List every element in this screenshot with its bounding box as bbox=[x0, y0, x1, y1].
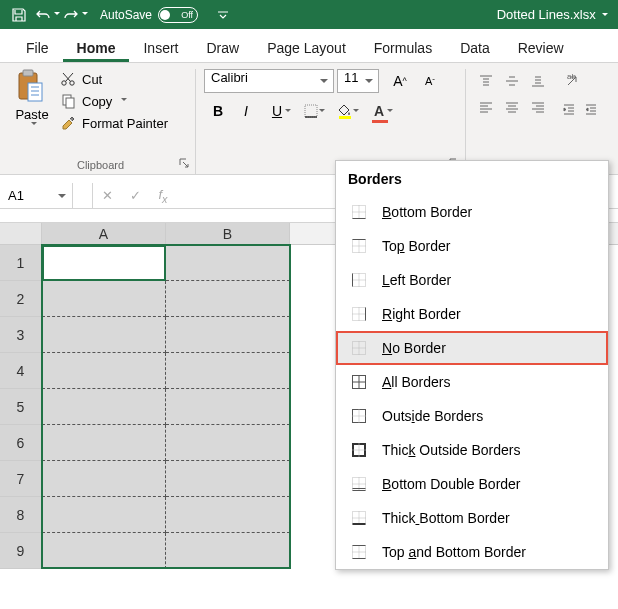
border-option-left-border[interactable]: Left Border bbox=[336, 263, 608, 297]
column-header[interactable]: A bbox=[42, 223, 166, 244]
cell[interactable] bbox=[42, 281, 166, 317]
paintbrush-icon bbox=[60, 115, 76, 131]
border-icon bbox=[350, 407, 368, 425]
align-middle-button[interactable] bbox=[500, 69, 524, 93]
border-label: Bottom Double Border bbox=[382, 476, 521, 492]
save-button[interactable] bbox=[6, 2, 32, 28]
cell[interactable] bbox=[166, 281, 290, 317]
cell[interactable] bbox=[166, 353, 290, 389]
cell[interactable] bbox=[166, 497, 290, 533]
increase-indent-button[interactable] bbox=[580, 97, 602, 121]
row-header[interactable]: 7 bbox=[0, 461, 42, 497]
tab-review[interactable]: Review bbox=[504, 33, 578, 62]
select-all-cells[interactable] bbox=[0, 223, 42, 244]
paste-button[interactable]: Paste bbox=[14, 69, 54, 159]
cell[interactable] bbox=[166, 389, 290, 425]
active-cell[interactable] bbox=[42, 245, 166, 281]
fill-color-button[interactable] bbox=[328, 99, 362, 123]
border-label: Top and Bottom Border bbox=[382, 544, 526, 560]
tab-insert[interactable]: Insert bbox=[129, 33, 192, 62]
border-option-bottom-border[interactable]: Bottom Border bbox=[336, 195, 608, 229]
border-option-all-borders[interactable]: All Borders bbox=[336, 365, 608, 399]
row-header[interactable]: 9 bbox=[0, 533, 42, 569]
row-header[interactable]: 3 bbox=[0, 317, 42, 353]
align-left-button[interactable] bbox=[474, 95, 498, 119]
tab-formulas[interactable]: Formulas bbox=[360, 33, 446, 62]
border-icon bbox=[350, 373, 368, 391]
cell[interactable] bbox=[42, 353, 166, 389]
format-painter-button[interactable]: Format Painter bbox=[56, 113, 172, 133]
row-header[interactable]: 8 bbox=[0, 497, 42, 533]
cell[interactable] bbox=[166, 317, 290, 353]
font-name-select[interactable]: Calibri bbox=[204, 69, 334, 93]
svg-text:ab: ab bbox=[567, 73, 576, 81]
underline-button[interactable]: U bbox=[260, 99, 294, 123]
font-color-button[interactable]: A bbox=[362, 99, 396, 123]
cell[interactable] bbox=[42, 317, 166, 353]
enter-formula-button[interactable]: ✓ bbox=[121, 183, 149, 208]
border-option-top-and-bottom-border[interactable]: Top and Bottom Border bbox=[336, 535, 608, 569]
tab-home[interactable]: Home bbox=[63, 33, 130, 62]
border-option-outside-borders[interactable]: Outside Borders bbox=[336, 399, 608, 433]
tab-page-layout[interactable]: Page Layout bbox=[253, 33, 360, 62]
cell[interactable] bbox=[166, 425, 290, 461]
border-option-thick-outside-borders[interactable]: Thick Outside Borders bbox=[336, 433, 608, 467]
autosave-toggle[interactable]: Off bbox=[158, 7, 198, 23]
tab-file[interactable]: File bbox=[12, 33, 63, 62]
copy-icon bbox=[60, 93, 76, 109]
cut-button[interactable]: Cut bbox=[56, 69, 172, 89]
column-header[interactable]: B bbox=[166, 223, 290, 244]
align-bottom-button[interactable] bbox=[526, 69, 550, 93]
border-label: Left Border bbox=[382, 272, 451, 288]
align-center-button[interactable] bbox=[500, 95, 524, 119]
bold-button[interactable]: B bbox=[204, 99, 232, 123]
border-label: Bottom Border bbox=[382, 204, 472, 220]
border-icon bbox=[350, 509, 368, 527]
row-header[interactable]: 4 bbox=[0, 353, 42, 389]
undo-button[interactable] bbox=[34, 2, 60, 28]
insert-function-button[interactable]: fx bbox=[149, 183, 177, 208]
border-option-bottom-double-border[interactable]: Bottom Double Border bbox=[336, 467, 608, 501]
cell[interactable] bbox=[42, 425, 166, 461]
cell[interactable] bbox=[42, 389, 166, 425]
row-header[interactable]: 2 bbox=[0, 281, 42, 317]
cell[interactable] bbox=[166, 533, 290, 569]
row-header[interactable]: 6 bbox=[0, 425, 42, 461]
border-option-no-border[interactable]: No Border bbox=[336, 331, 608, 365]
name-box[interactable]: A1 bbox=[0, 183, 73, 208]
font-size-select[interactable]: 11 bbox=[337, 69, 379, 93]
tab-data[interactable]: Data bbox=[446, 33, 504, 62]
borders-button[interactable] bbox=[294, 99, 328, 123]
copy-button[interactable]: Copy bbox=[56, 91, 172, 111]
cell[interactable] bbox=[166, 245, 290, 281]
filename-dropdown-icon[interactable] bbox=[602, 13, 608, 19]
border-option-thick-bottom-border[interactable]: Thick Bottom Border bbox=[336, 501, 608, 535]
border-option-top-border[interactable]: Top Border bbox=[336, 229, 608, 263]
scissors-icon bbox=[60, 71, 76, 87]
orientation-button[interactable]: ab bbox=[558, 69, 586, 93]
align-top-button[interactable] bbox=[474, 69, 498, 93]
cell[interactable] bbox=[42, 533, 166, 569]
decrease-indent-button[interactable] bbox=[558, 97, 580, 121]
row-header[interactable]: 5 bbox=[0, 389, 42, 425]
cell[interactable] bbox=[42, 461, 166, 497]
increase-font-button[interactable]: A^ bbox=[386, 69, 414, 93]
border-label: Thick Bottom Border bbox=[382, 510, 510, 526]
ribbon-tabs: FileHomeInsertDrawPage LayoutFormulasDat… bbox=[0, 29, 618, 63]
borders-menu-header: Borders bbox=[336, 161, 608, 195]
cell[interactable] bbox=[42, 497, 166, 533]
redo-button[interactable] bbox=[62, 2, 88, 28]
clipboard-dialog-launcher[interactable] bbox=[177, 156, 191, 170]
cancel-formula-button[interactable]: ✕ bbox=[93, 183, 121, 208]
decrease-font-button[interactable]: Aˇ bbox=[416, 69, 444, 93]
row-header[interactable]: 1 bbox=[0, 245, 42, 281]
qat-customize[interactable] bbox=[210, 2, 236, 28]
border-option-right-border[interactable]: Right Border bbox=[336, 297, 608, 331]
border-icon bbox=[350, 203, 368, 221]
border-label: Outside Borders bbox=[382, 408, 483, 424]
italic-button[interactable]: I bbox=[232, 99, 260, 123]
tab-draw[interactable]: Draw bbox=[192, 33, 253, 62]
cell[interactable] bbox=[166, 461, 290, 497]
align-right-button[interactable] bbox=[526, 95, 550, 119]
border-label: Right Border bbox=[382, 306, 461, 322]
